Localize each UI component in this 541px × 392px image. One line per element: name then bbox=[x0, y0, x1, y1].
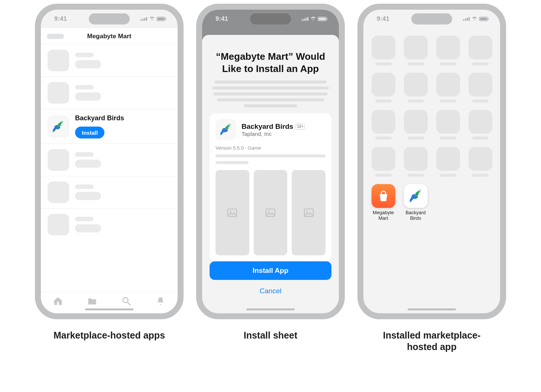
cancel-button[interactable]: Cancel bbox=[210, 283, 331, 299]
svg-line-12 bbox=[128, 302, 130, 305]
screenshot-placeholder[interactable] bbox=[216, 170, 249, 255]
svg-rect-16 bbox=[307, 17, 308, 21]
svg-rect-20 bbox=[327, 18, 327, 20]
image-icon bbox=[227, 209, 237, 217]
app-placeholder[interactable] bbox=[436, 147, 460, 177]
app-placeholder[interactable] bbox=[372, 110, 395, 140]
list-item[interactable] bbox=[41, 209, 178, 241]
list-item[interactable] bbox=[41, 144, 178, 176]
install-app-button[interactable]: Install App bbox=[210, 261, 331, 280]
app-list[interactable]: Backyard Birds Install bbox=[41, 45, 178, 292]
app-placeholder[interactable] bbox=[404, 110, 428, 140]
app-icon-backyard-birds bbox=[404, 184, 428, 208]
app-name: Backyard Birds bbox=[242, 122, 293, 131]
svg-point-23 bbox=[226, 128, 227, 129]
phone-install-sheet: 9:41 “Megabyte Mart” Would bbox=[196, 4, 345, 319]
screenshot-placeholder[interactable] bbox=[254, 170, 288, 255]
app-placeholder[interactable] bbox=[404, 36, 428, 65]
svg-rect-24 bbox=[228, 209, 237, 216]
app-placeholder[interactable] bbox=[469, 110, 492, 140]
svg-rect-15 bbox=[305, 18, 307, 21]
image-icon bbox=[304, 209, 314, 217]
app-label: Backyard Birds bbox=[404, 210, 428, 221]
house-icon bbox=[53, 296, 63, 306]
app-icon-placeholder bbox=[48, 214, 69, 235]
svg-rect-2 bbox=[144, 18, 145, 21]
home-indicator[interactable] bbox=[246, 308, 295, 310]
nav-bar: Megabyte Mart bbox=[41, 28, 178, 45]
svg-point-29 bbox=[306, 211, 308, 212]
status-time: 9:41 bbox=[377, 15, 389, 23]
age-rating-badge: 12+ bbox=[295, 124, 305, 130]
app-placeholder[interactable] bbox=[436, 73, 460, 102]
app-placeholder[interactable] bbox=[372, 147, 395, 177]
app-placeholder[interactable] bbox=[372, 36, 395, 65]
app-placeholder[interactable] bbox=[372, 73, 395, 102]
app-icon-placeholder bbox=[48, 50, 69, 71]
app-placeholder[interactable] bbox=[436, 110, 460, 140]
app-placeholder[interactable] bbox=[469, 147, 492, 177]
app-icon-placeholder bbox=[48, 149, 69, 171]
svg-point-9 bbox=[58, 124, 60, 127]
app-backyard-birds[interactable]: Backyard Birds bbox=[404, 184, 428, 221]
list-item[interactable] bbox=[41, 176, 178, 209]
shopping-bag-icon bbox=[377, 189, 390, 203]
svg-rect-3 bbox=[146, 17, 147, 21]
svg-rect-13 bbox=[302, 19, 303, 21]
list-item[interactable] bbox=[41, 77, 178, 109]
status-icons bbox=[463, 16, 490, 22]
phone-marketplace: 9:41 Megabyte Mart bbox=[35, 4, 184, 319]
svg-point-34 bbox=[474, 19, 475, 20]
app-icon-backyard-birds bbox=[216, 119, 236, 140]
tab-search[interactable] bbox=[121, 296, 132, 308]
svg-point-25 bbox=[230, 211, 231, 212]
app-placeholder[interactable] bbox=[436, 36, 460, 65]
svg-point-4 bbox=[151, 19, 152, 20]
home-screen-grid[interactable]: Megabyte Mart Backy bbox=[363, 28, 500, 221]
svg-rect-28 bbox=[304, 209, 313, 216]
svg-rect-26 bbox=[266, 209, 275, 216]
svg-rect-36 bbox=[480, 18, 487, 20]
status-time: 9:41 bbox=[54, 15, 67, 23]
install-button[interactable]: Install bbox=[75, 127, 104, 138]
tab-browse[interactable] bbox=[87, 296, 97, 308]
app-placeholder[interactable] bbox=[469, 73, 492, 102]
app-label: Megabyte Mart bbox=[372, 210, 395, 221]
image-icon bbox=[266, 209, 275, 217]
app-placeholder[interactable] bbox=[469, 36, 492, 65]
phone-home-screen: 9:41 bbox=[357, 4, 506, 319]
svg-rect-37 bbox=[488, 18, 489, 20]
svg-rect-33 bbox=[469, 17, 470, 21]
search-icon bbox=[121, 296, 132, 306]
tab-home[interactable] bbox=[53, 296, 63, 308]
status-icons bbox=[140, 16, 167, 22]
tab-alerts[interactable] bbox=[155, 296, 166, 308]
back-button-placeholder[interactable] bbox=[47, 34, 64, 39]
dynamic-island bbox=[250, 13, 291, 24]
svg-point-17 bbox=[312, 19, 314, 20]
app-megabyte-mart[interactable]: Megabyte Mart bbox=[372, 184, 395, 221]
svg-rect-6 bbox=[158, 18, 164, 20]
list-item-backyard-birds[interactable]: Backyard Birds Install bbox=[41, 109, 178, 144]
list-item[interactable] bbox=[41, 45, 178, 77]
app-placeholder[interactable] bbox=[404, 147, 428, 177]
hummingbird-icon bbox=[51, 119, 66, 134]
status-time: 9:41 bbox=[216, 15, 228, 23]
svg-rect-32 bbox=[467, 18, 468, 21]
home-indicator[interactable] bbox=[85, 308, 133, 310]
dynamic-island bbox=[411, 13, 452, 24]
home-indicator[interactable] bbox=[408, 308, 456, 310]
caption-2: Install sheet bbox=[244, 330, 298, 341]
app-placeholder[interactable] bbox=[404, 73, 428, 102]
screenshot-placeholder[interactable] bbox=[292, 170, 325, 255]
hummingbird-icon bbox=[218, 122, 234, 137]
caption-3: Installed marketplace-hosted app bbox=[369, 330, 495, 353]
developer-name: Tapland, Inc bbox=[242, 131, 305, 137]
bell-icon bbox=[155, 296, 166, 306]
caption-1: Marketplace-hosted apps bbox=[54, 330, 165, 341]
screenshots-row[interactable] bbox=[216, 170, 325, 255]
app-meta: Version 5.5.0 · Game bbox=[216, 145, 325, 151]
app-icon-backyard-birds bbox=[48, 116, 69, 137]
hummingbird-icon bbox=[407, 187, 424, 205]
app-card: Backyard Birds 12+ Tapland, Inc Version … bbox=[210, 113, 331, 261]
